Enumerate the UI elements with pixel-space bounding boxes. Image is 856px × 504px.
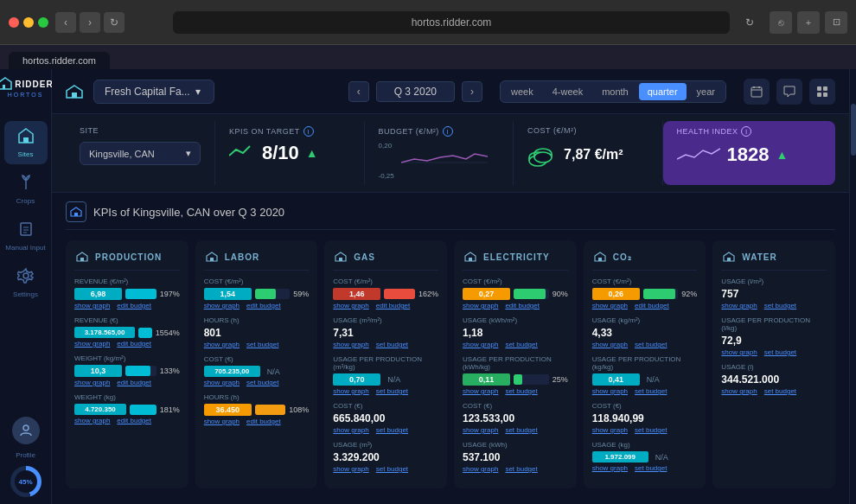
- back-button[interactable]: ‹: [55, 12, 76, 33]
- labor-cost-m2-edit-budget[interactable]: edit budget: [246, 302, 281, 309]
- co2-usage-kg-show-graph[interactable]: show graph: [592, 464, 628, 472]
- calendar-button[interactable]: [744, 79, 770, 105]
- labor-cost-eur-show-graph[interactable]: show graph: [204, 379, 240, 386]
- gas-cost-eur-show-graph[interactable]: show graph: [333, 426, 368, 434]
- co2-cost-eur-set-budget[interactable]: set budget: [635, 426, 667, 434]
- revenue-m2-show-graph[interactable]: show graph: [74, 302, 110, 309]
- weight-m2-value: 10,3: [74, 365, 122, 377]
- gas-usage-m3-set-budget[interactable]: set budget: [376, 465, 408, 473]
- chat-button[interactable]: [776, 79, 802, 105]
- fullscreen-button[interactable]: ⊡: [825, 11, 847, 34]
- sidebar-item-sites[interactable]: Sites: [4, 121, 48, 164]
- weight-m2-edit-budget[interactable]: edit budget: [117, 379, 151, 386]
- elec-usage-kwh-set-budget[interactable]: set budget: [505, 465, 537, 473]
- water-usage-l-show-graph[interactable]: show graph: [721, 387, 757, 395]
- elec-cost-m2-show-graph[interactable]: show graph: [463, 302, 498, 309]
- revenue-eur-edit-budget[interactable]: edit budget: [117, 340, 151, 348]
- labor-hours-2-edit-budget[interactable]: edit budget: [246, 418, 281, 425]
- labor-hours-set-budget[interactable]: set budget: [246, 341, 278, 348]
- labor-cost-eur-set-budget[interactable]: set budget: [246, 379, 278, 386]
- water-usage-l-m2-value: 757: [721, 288, 827, 300]
- water-usage-l-m2-set-budget[interactable]: set budget: [764, 302, 796, 309]
- elec-usage-kwh-m2-show-graph[interactable]: show graph: [463, 341, 498, 348]
- scrollbar[interactable]: [849, 69, 856, 504]
- active-tab[interactable]: hortos.ridder.com: [9, 52, 110, 69]
- refresh-button[interactable]: ↻: [104, 12, 125, 33]
- progress-indicator: 45%: [10, 466, 42, 497]
- cost-value: 7,87 €/m²: [564, 147, 623, 163]
- weight-m2-pct: 133%: [160, 367, 180, 375]
- address-bar[interactable]: hortos.ridder.com: [173, 11, 730, 34]
- gas-cost-m2-show-graph[interactable]: show graph: [333, 302, 368, 309]
- water-usage-per-prod-set-budget[interactable]: set budget: [764, 348, 796, 356]
- elec-usage-per-prod-show-graph[interactable]: show graph: [463, 387, 498, 395]
- company-selector[interactable]: Fresh Capital Fa... ▾: [93, 80, 214, 104]
- revenue-eur-show-graph[interactable]: show graph: [74, 340, 110, 348]
- co2-cost-m2-edit-budget[interactable]: edit budget: [635, 302, 669, 309]
- labor-hours-2-show-graph[interactable]: show graph: [204, 418, 240, 425]
- gas-usage-m3-m2-show-graph[interactable]: show graph: [333, 341, 368, 348]
- share-button[interactable]: ⎋: [770, 11, 792, 34]
- kpi-cost: COST (€/m²) 7,87 €/m²: [514, 121, 663, 185]
- close-button[interactable]: [9, 17, 19, 28]
- elec-usage-kwh-m2-set-budget[interactable]: set budget: [505, 341, 537, 348]
- elec-cost-eur-set-budget[interactable]: set budget: [505, 426, 537, 434]
- revenue-m2-value: 6,98: [74, 288, 122, 300]
- co2-usage-kg-value: 1.972.099: [592, 451, 648, 463]
- kpis-value: 8/10: [262, 142, 299, 164]
- period-option-month[interactable]: month: [593, 83, 637, 100]
- labor-cost-m2-show-graph[interactable]: show graph: [204, 302, 240, 309]
- gas-usage-per-prod-set-budget[interactable]: set budget: [376, 387, 408, 395]
- kpi-health-index: HEALTH INDEX i 1828 ▲: [663, 121, 835, 185]
- period-option-quarter[interactable]: quarter: [639, 83, 687, 100]
- period-next-button[interactable]: ›: [462, 81, 482, 102]
- weight-kg-show-graph[interactable]: show graph: [74, 417, 110, 424]
- gas-cost-m2-edit-budget[interactable]: edit budget: [376, 302, 411, 309]
- period-option-week[interactable]: week: [502, 83, 542, 100]
- elec-usage-kwh-show-graph[interactable]: show graph: [463, 465, 498, 473]
- co2-cost-m2-show-graph[interactable]: show graph: [592, 302, 628, 309]
- co2-usage-kg-m2-show-graph[interactable]: show graph: [592, 341, 628, 348]
- elec-cost-m2-edit-budget[interactable]: edit budget: [505, 302, 540, 309]
- sidebar-item-manual-input[interactable]: Manual Input: [4, 214, 48, 258]
- water-usage-l-set-budget[interactable]: set budget: [764, 387, 796, 395]
- labor-cost-eur-label: COST (€): [204, 355, 310, 363]
- forward-button[interactable]: ›: [80, 12, 100, 33]
- co2-usage-kg-m2-set-budget[interactable]: set budget: [635, 341, 667, 348]
- profile-button[interactable]: [12, 417, 40, 444]
- grid-button[interactable]: [809, 79, 835, 105]
- co2-icon: [592, 249, 608, 265]
- elec-cost-eur-show-graph[interactable]: show graph: [463, 426, 498, 434]
- bookmark-button[interactable]: +: [797, 11, 820, 34]
- water-usage-per-prod-show-graph[interactable]: show graph: [721, 348, 757, 356]
- elec-usage-per-prod-set-budget[interactable]: set budget: [505, 387, 537, 395]
- water-usage-l-m2-show-graph[interactable]: show graph: [721, 302, 757, 309]
- minimize-button[interactable]: [23, 17, 34, 28]
- gas-cost-eur-set-budget[interactable]: set budget: [376, 426, 408, 434]
- co2-cost-eur-show-graph[interactable]: show graph: [592, 426, 628, 434]
- weight-kg-edit-budget[interactable]: edit budget: [117, 417, 151, 424]
- sidebar-bottom: Profile 45%: [10, 417, 42, 504]
- co2-usage-kg-set-budget[interactable]: set budget: [635, 464, 667, 472]
- labor-hours-show-graph[interactable]: show graph: [204, 341, 240, 348]
- browser-chrome: ‹ › ↻ hortos.ridder.com ↻ ⎋ + ⊡: [0, 0, 856, 45]
- gas-usage-m3-m2-set-budget[interactable]: set budget: [376, 341, 408, 348]
- co2-usage-per-prod-set-budget[interactable]: set budget: [635, 387, 667, 395]
- electricity-card-header: ELECTRICITY: [463, 249, 568, 271]
- gas-usage-m3: USAGE (m³) 3.329.200 show graph set budg…: [333, 441, 438, 473]
- sidebar-item-settings[interactable]: Settings: [4, 261, 48, 304]
- period-option-year[interactable]: year: [688, 83, 724, 100]
- revenue-m2-edit-budget[interactable]: edit budget: [117, 302, 151, 309]
- maximize-button[interactable]: [38, 17, 48, 28]
- labor-cost-eur: COST (€) 705.235,00 N/A show graph set b…: [204, 355, 310, 386]
- site-selector[interactable]: Kingsville, CAN ▾: [80, 142, 201, 165]
- co2-usage-per-prod-show-graph[interactable]: show graph: [592, 387, 628, 395]
- kpi-budget: BUDGET (€/m²) i 0,20 -0,25: [365, 121, 514, 185]
- gas-usage-m3-show-graph[interactable]: show graph: [333, 465, 368, 473]
- period-option-4week[interactable]: 4-week: [544, 83, 591, 100]
- weight-m2-show-graph[interactable]: show graph: [74, 379, 110, 386]
- sidebar-item-crops[interactable]: Crops: [4, 168, 48, 211]
- gas-usage-per-prod-show-graph[interactable]: show graph: [333, 387, 368, 395]
- period-prev-button[interactable]: ‹: [348, 81, 369, 102]
- gas-cost-eur-label: COST (€): [333, 402, 438, 410]
